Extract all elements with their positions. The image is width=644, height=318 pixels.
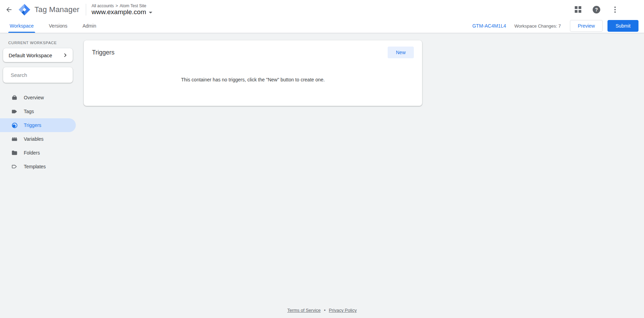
workspace-grid-button[interactable] — [571, 3, 585, 17]
submit-button[interactable]: Submit — [607, 20, 638, 32]
top-header: Tag Manager All accounts > Atom Test Sit… — [0, 0, 644, 19]
chevron-right-icon — [62, 52, 68, 58]
new-trigger-button[interactable]: New — [388, 47, 414, 58]
triggers-card: Triggers New This container has no trigg… — [84, 40, 422, 106]
workspace-name: Default Workspace — [9, 52, 62, 58]
tab-workspace[interactable]: Workspace — [10, 19, 34, 33]
breadcrumb-container-name[interactable]: Atom Test Site — [120, 3, 146, 8]
tab-admin[interactable]: Admin — [82, 19, 96, 33]
container-domain: www.example.com — [92, 8, 146, 16]
header-divider — [86, 4, 86, 16]
breadcrumb-all-accounts[interactable]: All accounts — [92, 3, 114, 8]
sidebar-item-label: Folders — [24, 150, 40, 156]
breadcrumb: All accounts > Atom Test Site www.exampl… — [92, 3, 152, 16]
sidebar-nav: Overview Tags Triggers Variables — [0, 91, 76, 173]
kebab-menu-icon — [614, 7, 616, 13]
sidebar-item-variables[interactable]: Variables — [0, 132, 76, 146]
overview-icon — [10, 93, 19, 102]
search-box[interactable] — [3, 67, 73, 83]
back-arrow-icon — [5, 6, 13, 13]
chevron-down-icon — [149, 12, 152, 13]
sidebar-item-label: Templates — [24, 164, 46, 169]
container-id-link[interactable]: GTM-AC4M1L4 — [472, 23, 506, 29]
workspace-changes-count: Workspace Changes: 7 — [514, 23, 561, 29]
footer: Terms of Service • Privacy Policy — [0, 308, 644, 313]
page-title: Triggers — [92, 49, 114, 56]
sidebar-item-label: Tags — [24, 109, 34, 114]
sidebar-item-triggers[interactable]: Triggers — [0, 118, 76, 132]
footer-separator: • — [324, 308, 326, 313]
back-button[interactable] — [2, 3, 16, 17]
privacy-policy-link[interactable]: Privacy Policy — [329, 308, 357, 313]
sidebar: CURRENT WORKSPACE Default Workspace Over… — [0, 33, 76, 318]
sidebar-item-tags[interactable]: Tags — [0, 105, 76, 118]
sidebar-item-label: Triggers — [24, 122, 41, 128]
workspace-selector[interactable]: Default Workspace — [3, 48, 73, 62]
folder-icon — [10, 149, 19, 157]
tab-versions[interactable]: Versions — [49, 19, 68, 33]
breadcrumb-separator: > — [115, 3, 118, 8]
container-domain-selector[interactable]: www.example.com — [92, 8, 152, 16]
help-icon: ? — [593, 6, 600, 13]
terms-of-service-link[interactable]: Terms of Service — [287, 308, 321, 313]
search-input[interactable] — [11, 72, 79, 78]
main-panel: Triggers New This container has no trigg… — [76, 33, 644, 318]
sidebar-item-templates[interactable]: Templates — [0, 160, 76, 173]
more-options-button[interactable] — [608, 3, 622, 17]
help-button[interactable]: ? — [590, 3, 603, 17]
sidebar-item-overview[interactable]: Overview — [0, 91, 76, 105]
grid-icon — [575, 6, 581, 13]
template-icon — [10, 162, 19, 171]
tag-icon — [10, 107, 19, 116]
current-workspace-label: CURRENT WORKSPACE — [8, 41, 76, 45]
tab-bar: Workspace Versions Admin GTM-AC4M1L4 Wor… — [0, 19, 644, 33]
preview-button[interactable]: Preview — [570, 20, 603, 32]
sidebar-item-label: Overview — [24, 95, 44, 100]
variables-icon — [10, 135, 19, 143]
trigger-icon — [10, 121, 19, 129]
page-content: CURRENT WORKSPACE Default Workspace Over… — [0, 33, 644, 318]
sidebar-item-folders[interactable]: Folders — [0, 146, 76, 160]
empty-state-message: This container has no triggers, click th… — [181, 77, 325, 82]
sidebar-item-label: Variables — [24, 136, 43, 142]
app-title: Tag Manager — [34, 5, 80, 14]
tag-manager-logo-icon — [18, 3, 31, 16]
